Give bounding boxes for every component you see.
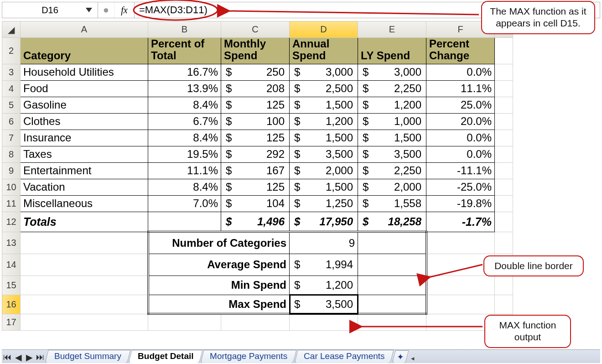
cell-change[interactable]: 20.0% <box>426 113 495 130</box>
cell-empty[interactable] <box>495 195 513 212</box>
name-box-dropdown-icon[interactable] <box>86 8 92 12</box>
cell-change[interactable]: 11.1% <box>426 80 495 97</box>
sheet-tab[interactable]: Car Lease Payments <box>295 350 394 363</box>
cell-category[interactable]: Food <box>21 80 148 97</box>
cell-pct-total[interactable]: 19.5% <box>148 146 221 162</box>
row-header-7[interactable]: 7 <box>2 130 21 146</box>
cell-pct-total[interactable]: 7.0% <box>148 195 221 212</box>
row-header-10[interactable]: 10 <box>2 179 21 195</box>
summary-min-value[interactable]: $1,200 <box>290 276 358 295</box>
tab-nav-first-icon[interactable]: ⏮ <box>2 351 13 363</box>
cell-empty[interactable] <box>495 38 513 64</box>
cell-empty[interactable] <box>495 276 513 295</box>
row-header-2[interactable]: 2 <box>2 38 21 64</box>
cell-empty[interactable] <box>495 97 513 113</box>
cell-annual[interactable]: $3,500 <box>290 146 358 162</box>
cell-pct-total[interactable]: 16.7% <box>148 64 221 80</box>
cell-annual[interactable]: $1,200 <box>290 113 358 130</box>
cell-empty[interactable] <box>495 179 513 195</box>
row-header-17[interactable]: 17 <box>2 314 21 330</box>
cell-ly[interactable]: $2,250 <box>358 80 426 97</box>
row-header-13[interactable]: 13 <box>2 232 21 254</box>
cell-empty[interactable] <box>21 295 148 314</box>
name-box[interactable]: D16 <box>2 2 98 18</box>
cell-pct-total[interactable]: 8.4% <box>148 179 221 195</box>
row-header-8[interactable]: 8 <box>2 146 21 162</box>
cell-ly[interactable]: $2,000 <box>358 179 426 195</box>
cell-empty[interactable] <box>495 232 513 254</box>
cell-category[interactable]: Miscellaneous <box>21 195 148 212</box>
cell-category[interactable]: Household Utilities <box>21 64 148 80</box>
insert-sheet-tab[interactable]: ✦ <box>392 350 409 363</box>
totals-label[interactable]: Totals <box>21 212 148 232</box>
row-header-14[interactable]: 14 <box>2 254 21 276</box>
row-header-12[interactable]: 12 <box>2 212 21 232</box>
cell-empty[interactable] <box>290 314 358 330</box>
cell-empty[interactable] <box>495 80 513 97</box>
summary-min-label[interactable]: Min Spend <box>148 276 290 295</box>
cell-ly[interactable]: $3,500 <box>358 146 426 162</box>
cell-empty[interactable] <box>221 314 290 330</box>
cell-category[interactable]: Insurance <box>21 130 148 146</box>
tab-nav-last-icon[interactable]: ⏭ <box>35 351 46 363</box>
row-header-15[interactable]: 15 <box>2 276 21 295</box>
cell-monthly[interactable]: $100 <box>221 113 290 130</box>
summary-num-value[interactable]: 9 <box>290 232 358 254</box>
cell-annual[interactable]: $1,500 <box>290 179 358 195</box>
insert-function-button[interactable]: fx <box>114 2 135 18</box>
cell-annual[interactable]: $1,500 <box>290 130 358 146</box>
horizontal-scroll-left-icon[interactable] <box>410 354 424 363</box>
cell-monthly[interactable]: $208 <box>221 80 290 97</box>
row-header-11[interactable]: 11 <box>2 195 21 212</box>
cell-change[interactable]: -19.8% <box>426 195 495 212</box>
totals-monthly[interactable]: $1,496 <box>221 212 290 232</box>
tab-nav-next-icon[interactable]: ▶ <box>24 351 35 363</box>
cell-category[interactable]: Taxes <box>21 146 148 162</box>
summary-avg-value[interactable]: $1,994 <box>290 254 358 276</box>
cell-change[interactable]: 0.0% <box>426 146 495 162</box>
col-header-A[interactable]: A <box>21 21 148 38</box>
col-header-C[interactable]: C <box>221 21 290 38</box>
cell-empty[interactable] <box>21 276 148 295</box>
cell-empty[interactable] <box>426 295 495 314</box>
tab-nav-prev-icon[interactable]: ◀ <box>13 351 24 363</box>
header-ly-spend[interactable]: LY Spend <box>358 38 426 64</box>
row-header-4[interactable]: 4 <box>2 80 21 97</box>
cell-empty[interactable] <box>495 113 513 130</box>
cell-category[interactable]: Clothes <box>21 113 148 130</box>
summary-avg-label[interactable]: Average Spend <box>148 254 290 276</box>
totals-change[interactable]: -1.7% <box>426 212 495 232</box>
sheet-tab[interactable]: Mortgage Payments <box>201 350 297 363</box>
cell-ly[interactable]: $1,000 <box>358 113 426 130</box>
cell-category[interactable]: Gasoline <box>21 97 148 113</box>
cell-monthly[interactable]: $292 <box>221 146 290 162</box>
cell-annual[interactable]: $3,000 <box>290 64 358 80</box>
sheet-tab[interactable]: Budget Summary <box>45 350 130 363</box>
summary-num-label[interactable]: Number of Categories <box>148 232 290 254</box>
row-header-9[interactable]: 9 <box>2 162 21 179</box>
cell-category[interactable]: Entertainment <box>21 162 148 179</box>
cell-empty[interactable] <box>21 314 148 330</box>
cell-empty[interactable] <box>495 162 513 179</box>
cell-empty[interactable] <box>21 232 148 254</box>
cell-empty[interactable] <box>426 232 495 254</box>
cell-pct-total[interactable]: 8.4% <box>148 130 221 146</box>
cell-pct-total[interactable]: 11.1% <box>148 162 221 179</box>
cell-empty[interactable] <box>495 295 513 314</box>
cell-empty[interactable] <box>358 276 426 295</box>
cell-empty[interactable] <box>495 212 513 232</box>
cell-empty[interactable] <box>358 295 426 314</box>
cell-annual[interactable]: $1,250 <box>290 195 358 212</box>
cell-monthly[interactable]: $125 <box>221 97 290 113</box>
summary-max-label[interactable]: Max Spend <box>148 295 290 314</box>
cell-pct-total[interactable]: 13.9% <box>148 80 221 97</box>
totals-pct[interactable] <box>148 212 221 232</box>
col-header-D[interactable]: D <box>290 21 358 38</box>
header-monthly-spend[interactable]: Monthly Spend <box>221 38 290 64</box>
cell-empty[interactable] <box>358 232 426 254</box>
cell-empty[interactable] <box>426 276 495 295</box>
row-header-3[interactable]: 3 <box>2 64 21 80</box>
cell-empty[interactable] <box>21 254 148 276</box>
cell-empty[interactable] <box>495 64 513 80</box>
cell-annual[interactable]: $2,500 <box>290 80 358 97</box>
